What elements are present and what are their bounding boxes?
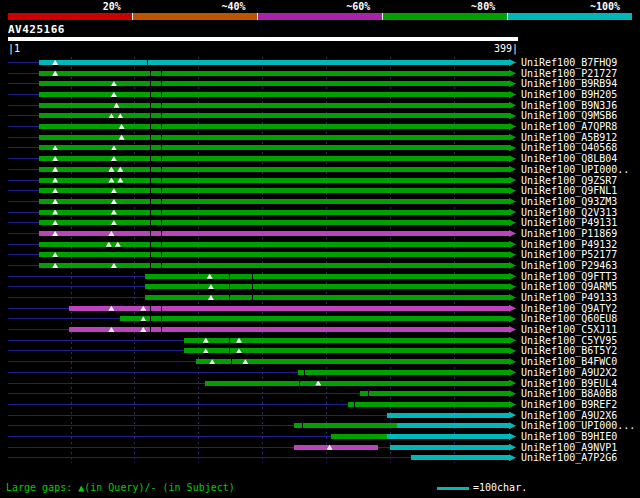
hit-label[interactable]: UniRef100_A7P2G6 xyxy=(521,452,617,463)
alignment-bar[interactable] xyxy=(184,348,509,353)
alignment-bar[interactable] xyxy=(39,263,509,268)
hit-label[interactable]: UniRef100_Q60EU8 xyxy=(521,313,617,324)
segment-tick xyxy=(161,178,162,183)
hit-label[interactable]: UniRef100_B9HIE0 xyxy=(521,431,617,442)
hit-label[interactable]: UniRef100_B9N3J6 xyxy=(521,100,617,111)
alignment-row: UniRef100_B4FWC0 xyxy=(0,356,640,367)
alignment-bar[interactable] xyxy=(39,92,509,97)
alignment-bar[interactable] xyxy=(39,135,509,140)
hit-label[interactable]: UniRef100_B9H205 xyxy=(521,89,617,100)
hit-label[interactable]: UniRef100_Q9ARM5 xyxy=(521,281,617,292)
alignment-bar[interactable] xyxy=(145,274,509,279)
alignment-row: UniRef100_Q60EU8 xyxy=(0,313,640,324)
hit-label[interactable]: UniRef100_A9U2X6 xyxy=(521,410,617,421)
alignment-bar[interactable] xyxy=(69,306,509,311)
alignment-bar[interactable] xyxy=(348,402,510,407)
hit-label[interactable]: UniRef100_C5YV95 xyxy=(521,335,617,346)
hit-label[interactable]: UniRef100_P21727 xyxy=(521,68,617,79)
hit-label[interactable]: UniRef100_A9U2X2 xyxy=(521,367,617,378)
alignment-bar[interactable] xyxy=(205,381,509,386)
alignment-bar[interactable] xyxy=(39,145,509,150)
alignment-bar[interactable] xyxy=(39,124,509,129)
alignment-bar[interactable] xyxy=(39,220,509,225)
hit-label[interactable]: UniRef100_B9REF2 xyxy=(521,399,617,410)
alignment-bar[interactable] xyxy=(387,413,509,418)
alignment-row: UniRef100_A5B912 xyxy=(0,132,640,143)
hit-label[interactable]: UniRef100_UPI000... xyxy=(521,420,635,431)
bar-arrowhead-icon xyxy=(509,294,516,301)
hit-label[interactable]: UniRef100_P49133 xyxy=(521,292,617,303)
alignment-bar[interactable] xyxy=(360,391,509,396)
alignment-bar[interactable] xyxy=(69,327,509,332)
bar-arrowhead-icon xyxy=(509,177,516,184)
alignment-bar[interactable] xyxy=(39,188,509,193)
alignment-row: UniRef100_B9EUL4 xyxy=(0,378,640,389)
scale-start-label: |1 xyxy=(8,43,20,54)
bar-arrowhead-icon xyxy=(509,134,516,141)
hit-label[interactable]: UniRef100_B7FHQ9 xyxy=(521,57,617,68)
alignment-bar[interactable] xyxy=(39,81,509,86)
bar-arrowhead-icon xyxy=(509,251,516,258)
hit-label[interactable]: UniRef100_B6T5Y2 xyxy=(521,345,617,356)
alignment-row: UniRef100_Q9ZSR7 xyxy=(0,175,640,186)
alignment-bar[interactable] xyxy=(298,370,509,375)
hit-label[interactable]: UniRef100_UPI000.. xyxy=(521,164,629,175)
segment-tick xyxy=(150,231,151,236)
alignment-bar[interactable] xyxy=(39,71,509,76)
segment-tick xyxy=(150,316,151,321)
alignment-bar[interactable] xyxy=(387,434,509,439)
footer-gaps-note: Large gaps: ▲(in Query)/- (in Subject) xyxy=(6,482,235,494)
alignment-bar[interactable] xyxy=(39,252,509,257)
hit-label[interactable]: UniRef100_Q9FNL1 xyxy=(521,185,617,196)
hit-label[interactable]: UniRef100_P49131 xyxy=(521,217,617,228)
hit-label[interactable]: UniRef100_Q93ZM3 xyxy=(521,196,617,207)
hit-label[interactable]: UniRef100_B9EUL4 xyxy=(521,378,617,389)
hit-label[interactable]: UniRef100_B4FWC0 xyxy=(521,356,617,367)
hit-label[interactable]: UniRef100_Q2V313 xyxy=(521,207,617,218)
alignment-bar[interactable] xyxy=(39,156,509,161)
bar-arrowhead-icon xyxy=(509,444,516,451)
alignment-bar[interactable] xyxy=(196,359,509,364)
bar-arrowhead-icon xyxy=(509,422,516,429)
hit-label[interactable]: UniRef100_B8A0B8 xyxy=(521,388,617,399)
hit-label[interactable]: UniRef100_P11869 xyxy=(521,228,617,239)
alignment-bar[interactable] xyxy=(184,338,509,343)
segment-tick xyxy=(150,306,151,311)
hit-label[interactable]: UniRef100_Q9MSB6 xyxy=(521,110,617,121)
alignment-bar[interactable] xyxy=(39,60,509,65)
hit-label[interactable]: UniRef100_Q9ATY2 xyxy=(521,303,617,314)
alignment-bar[interactable] xyxy=(397,423,509,428)
alignment-bar[interactable] xyxy=(390,445,509,450)
hit-label[interactable]: UniRef100_P29463 xyxy=(521,260,617,271)
hit-label[interactable]: UniRef100_A7QPR8 xyxy=(521,121,617,132)
segment-tick xyxy=(161,92,162,97)
alignment-bar[interactable] xyxy=(145,295,509,300)
hit-label[interactable]: UniRef100_Q9ZSR7 xyxy=(521,175,617,186)
alignment-bar[interactable] xyxy=(294,445,378,450)
alignment-row: UniRef100_C5XJ11 xyxy=(0,324,640,335)
hit-label[interactable]: UniRef100_B9RB94 xyxy=(521,78,617,89)
segment-tick xyxy=(161,231,162,236)
key-segment-40% xyxy=(132,13,257,20)
alignment-row: UniRef100_Q9MSB6 xyxy=(0,110,640,121)
alignment-bar[interactable] xyxy=(331,434,387,439)
hit-label[interactable]: UniRef100_A9NVP1 xyxy=(521,442,617,453)
alignment-bar[interactable] xyxy=(120,316,509,321)
hit-label[interactable]: UniRef100_O40568 xyxy=(521,142,617,153)
hit-label[interactable]: UniRef100_P52177 xyxy=(521,249,617,260)
alignment-row: UniRef100_B8A0B8 xyxy=(0,388,640,399)
alignment-bar[interactable] xyxy=(294,423,397,428)
segment-tick xyxy=(150,81,151,86)
hit-label[interactable]: UniRef100_C5XJ11 xyxy=(521,324,617,335)
hit-label[interactable]: UniRef100_Q8LB04 xyxy=(521,153,617,164)
alignment-bar[interactable] xyxy=(39,199,509,204)
alignment-bar[interactable] xyxy=(145,284,509,289)
alignment-bar[interactable] xyxy=(39,210,509,215)
alignment-row: UniRef100_A9U2X2 xyxy=(0,367,640,378)
alignment-bar[interactable] xyxy=(411,455,509,460)
alignment-bar[interactable] xyxy=(39,103,509,108)
hit-label[interactable]: UniRef100_Q9FTT3 xyxy=(521,271,617,282)
segment-tick xyxy=(252,284,253,289)
hit-label[interactable]: UniRef100_A5B912 xyxy=(521,132,617,143)
hit-label[interactable]: UniRef100_P49132 xyxy=(521,239,617,250)
